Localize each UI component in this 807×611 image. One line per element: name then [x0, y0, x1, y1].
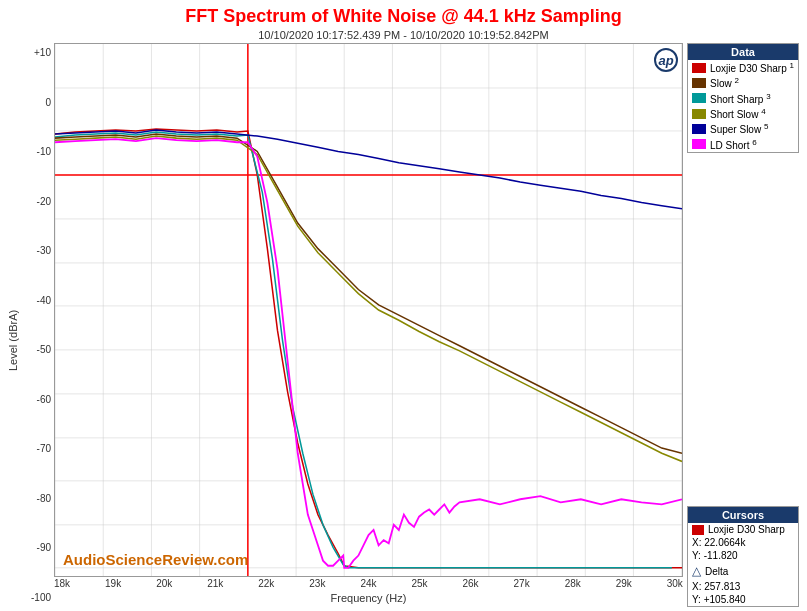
- legend-item-4: Short Slow 4: [688, 106, 798, 121]
- right-panel: Data Loxjie D30 Sharp 1 Slow 2 Short Sha…: [683, 43, 803, 607]
- legend-label-5: Super Slow 5: [710, 122, 768, 135]
- legend-color-6: [692, 139, 706, 149]
- y-tick--40: -40: [22, 295, 51, 306]
- x-tick-18k: 18k: [54, 578, 70, 589]
- x-tick-30k: 30k: [667, 578, 683, 589]
- legend-item-6: LD Short 6: [688, 137, 798, 152]
- cursor-title: Cursors: [688, 507, 798, 523]
- legend-box: Data Loxjie D30 Sharp 1 Slow 2 Short Sha…: [687, 43, 799, 153]
- cursor-delta: △ Delta: [688, 562, 798, 580]
- y-axis-label: Level (dBrA): [4, 43, 22, 607]
- x-tick-26k: 26k: [463, 578, 479, 589]
- x-axis-label: Frequency (Hz): [54, 589, 683, 607]
- cursor-x-label-1: X:: [692, 537, 701, 548]
- x-tick-22k: 22k: [258, 578, 274, 589]
- plot-svg: [55, 44, 682, 576]
- legend-color-1: [692, 63, 706, 73]
- legend-item-2: Slow 2: [688, 75, 798, 90]
- y-tick--20: -20: [22, 196, 51, 207]
- legend-label-6: LD Short 6: [710, 138, 757, 151]
- delta-label: Delta: [705, 566, 728, 577]
- legend-title: Data: [688, 44, 798, 60]
- x-tick-24k: 24k: [360, 578, 376, 589]
- delta-y: Y: +105.840: [688, 593, 798, 606]
- legend-item-1: Loxjie D30 Sharp 1: [688, 60, 798, 75]
- delta-y-label: Y:: [692, 594, 701, 605]
- legend-color-2: [692, 78, 706, 88]
- y-tick--100: -100: [22, 592, 51, 603]
- legend-color-4: [692, 109, 706, 119]
- delta-x: X: 257.813: [688, 580, 798, 593]
- chart-title: FFT Spectrum of White Noise @ 44.1 kHz S…: [0, 0, 807, 29]
- y-tick--60: -60: [22, 394, 51, 405]
- legend-item-3: Short Sharp 3: [688, 91, 798, 106]
- y-tick-0: 0: [22, 97, 51, 108]
- delta-y-value: +105.840: [704, 594, 746, 605]
- legend-label-2: Slow 2: [710, 76, 739, 89]
- cursor-item-1: Loxjie D30 Sharp: [688, 523, 798, 536]
- y-tick--90: -90: [22, 542, 51, 553]
- chart-container: FFT Spectrum of White Noise @ 44.1 kHz S…: [0, 0, 807, 611]
- legend-label-4: Short Slow 4: [710, 107, 766, 120]
- x-tick-28k: 28k: [565, 578, 581, 589]
- x-tick-20k: 20k: [156, 578, 172, 589]
- y-tick--80: -80: [22, 493, 51, 504]
- chart-subtitle: 10/10/2020 10:17:52.439 PM - 10/10/2020 …: [0, 29, 807, 41]
- delta-x-value: 257.813: [704, 581, 740, 592]
- plot-area: ap AudioScienceReview.com: [54, 43, 683, 577]
- x-tick-21k: 21k: [207, 578, 223, 589]
- y-tick--70: -70: [22, 443, 51, 454]
- delta-icon: △: [692, 564, 701, 578]
- legend-label-1: Loxjie D30 Sharp 1: [710, 61, 794, 74]
- x-tick-19k: 19k: [105, 578, 121, 589]
- watermark: AudioScienceReview.com: [63, 551, 248, 568]
- cursor-y-label-1: Y:: [692, 550, 701, 561]
- cursor-y-value-1: -11.820: [704, 550, 738, 561]
- cursor-x-value-1: 22.0664k: [704, 537, 745, 548]
- y-tick--50: -50: [22, 344, 51, 355]
- cursor-box: Cursors Loxjie D30 Sharp X: 22.0664k Y: …: [687, 506, 799, 607]
- x-tick-23k: 23k: [309, 578, 325, 589]
- x-tick-29k: 29k: [616, 578, 632, 589]
- cursor-color-1: [692, 525, 704, 535]
- legend-label-3: Short Sharp 3: [710, 92, 771, 105]
- cursor-name-1: Loxjie D30 Sharp: [708, 524, 785, 535]
- cursor-x-1: X: 22.0664k: [688, 536, 798, 549]
- y-tick--10: -10: [22, 146, 51, 157]
- y-tick-10: +10: [22, 47, 51, 58]
- cursor-y-1: Y: -11.820: [688, 549, 798, 562]
- delta-x-label: X:: [692, 581, 701, 592]
- x-tick-27k: 27k: [514, 578, 530, 589]
- x-tick-25k: 25k: [411, 578, 427, 589]
- legend-color-3: [692, 93, 706, 103]
- legend-color-5: [692, 124, 706, 134]
- y-tick--30: -30: [22, 245, 51, 256]
- legend-item-5: Super Slow 5: [688, 121, 798, 136]
